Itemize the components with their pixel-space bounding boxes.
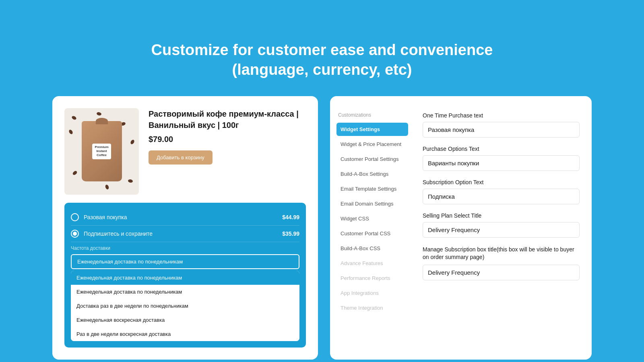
subscribe-option[interactable]: Подпишитесь и сохраните $35.99 — [71, 226, 299, 242]
left-card: Premium Instant Coffee Растворимый кофе … — [52, 96, 318, 360]
radio-one-time[interactable] — [71, 213, 79, 221]
sidebar-item-performance-reports: Performance Reports — [336, 272, 408, 285]
one-time-price: $44.99 — [282, 214, 299, 220]
sidebar-items: Widget SettingsWidget & Price PlacementC… — [336, 123, 408, 315]
subscribe-price: $35.99 — [282, 230, 299, 237]
subscribe-label: Подпишитесь и сохраните — [84, 230, 282, 237]
headline-line1: Customize for customer ease and convenie… — [151, 40, 493, 60]
sidebar-item-app-integrations: App Integrations — [336, 286, 408, 300]
headline: Customize for customer ease and convenie… — [151, 20, 493, 80]
frequency-item[interactable]: Раз в две недели воскресная доставка — [71, 327, 299, 341]
field-label-3: Selling Plan Select Title — [423, 212, 580, 219]
field-label-4: Manage Subscription box title(this box w… — [423, 246, 580, 261]
add-to-cart-button[interactable]: Добавить в корзину — [149, 150, 213, 165]
settings-field-4: Manage Subscription box title(this box w… — [423, 246, 580, 280]
product-section: Premium Instant Coffee Растворимый кофе … — [64, 108, 306, 195]
radio-subscribe[interactable] — [71, 230, 79, 238]
headline-line2: (language, currency, etc) — [151, 60, 493, 80]
field-label-1: Purchase Options Text — [423, 146, 580, 152]
sidebar: Customizations Widget SettingsWidget & P… — [330, 108, 415, 348]
frequency-dropdown: Еженедельная доставка по понедельникамЕж… — [71, 271, 299, 341]
field-input-4[interactable] — [423, 265, 580, 280]
settings-field-2: Subscription Option Text — [423, 179, 580, 204]
sidebar-item-widget-css[interactable]: Widget CSS — [336, 212, 408, 225]
sidebar-section-label: Customizations — [336, 112, 408, 118]
field-input-3[interactable] — [423, 222, 580, 238]
one-time-label: Разовая покупка — [84, 214, 282, 220]
field-label-2: Subscription Option Text — [423, 179, 580, 185]
sidebar-item-customer-portal-settings[interactable]: Customer Portal Settings — [336, 152, 408, 166]
sidebar-item-build-a-box-settings[interactable]: Build-A-Box Settings — [336, 167, 408, 181]
sidebar-item-build-a-box-css[interactable]: Build-A-Box CSS — [336, 242, 408, 255]
product-info: Растворимый кофе премиум-класса | Ваниль… — [149, 108, 306, 165]
frequency-item[interactable]: Еженедельная воскресная доставка — [71, 313, 299, 327]
sidebar-item-widget-settings[interactable]: Widget Settings — [336, 123, 408, 136]
sidebar-item-customer-portal-css[interactable]: Customer Portal CSS — [336, 227, 408, 240]
frequency-item[interactable]: Еженедельная доставка по понедельникам — [71, 271, 299, 285]
field-label-0: One Time Purchase text — [423, 112, 580, 119]
frequency-item[interactable]: Доставка раз в две недели по понедельник… — [71, 299, 299, 313]
cards-container: Premium Instant Coffee Растворимый кофе … — [52, 96, 592, 360]
field-input-0[interactable] — [423, 122, 580, 138]
settings-field-0: One Time Purchase text — [423, 112, 580, 138]
field-input-1[interactable] — [423, 155, 580, 171]
product-image: Premium Instant Coffee — [64, 108, 139, 195]
product-title: Растворимый кофе премиум-класса | Ваниль… — [149, 108, 306, 131]
product-price: $79.00 — [149, 135, 306, 144]
one-time-option[interactable]: Разовая покупка $44.99 — [71, 209, 299, 226]
coffee-bag-image: Premium Instant Coffee — [82, 121, 122, 181]
frequency-selected[interactable]: Еженедельная доставка по понедельникам — [71, 254, 299, 269]
sidebar-item-widget-&-price-placement[interactable]: Widget & Price Placement — [336, 138, 408, 151]
sidebar-item-email-template-settings[interactable]: Email Template Settings — [336, 182, 408, 195]
fields-container: One Time Purchase textPurchase Options T… — [423, 112, 580, 280]
right-card: Customizations Widget SettingsWidget & P… — [330, 96, 592, 360]
settings-field-3: Selling Plan Select Title — [423, 212, 580, 238]
field-input-2[interactable] — [423, 189, 580, 204]
sidebar-item-email-domain-settings[interactable]: Email Domain Settings — [336, 197, 408, 210]
frequency-item[interactable]: Еженедельная доставка по понедельникам — [71, 285, 299, 299]
settings-content: One Time Purchase textPurchase Options T… — [415, 108, 580, 348]
sidebar-item-theme-integration: Theme Integration — [336, 301, 408, 315]
settings-field-1: Purchase Options Text — [423, 146, 580, 171]
sidebar-item-advance-features: Advance Features — [336, 257, 408, 270]
frequency-label: Частота доставки — [71, 245, 299, 251]
purchase-options: Разовая покупка $44.99 Подпишитесь и сох… — [64, 203, 306, 348]
